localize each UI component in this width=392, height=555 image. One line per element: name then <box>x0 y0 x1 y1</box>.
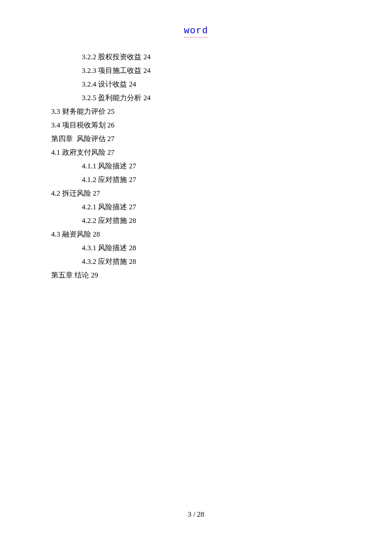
toc-entry: 4.1.1 风险描述 27 <box>51 159 341 173</box>
toc-entry: 4.2.1 风险描述 27 <box>51 200 341 214</box>
table-of-contents: 3.2.2 股权投资收益 243.2.3 项目施工收益 243.2.4 设计收益… <box>51 50 341 282</box>
toc-entry: 4.3 融资风险 28 <box>51 228 341 241</box>
spellcheck-underline <box>184 37 208 38</box>
toc-entry: 3.4 项目税收筹划 26 <box>51 119 341 132</box>
toc-entry: 4.2 拆迁风险 27 <box>51 187 341 200</box>
word-link[interactable]: word <box>184 26 208 36</box>
toc-entry: 3.3 财务能力评价 25 <box>51 105 341 119</box>
toc-entry: 第四章 风险评估 27 <box>51 132 341 146</box>
toc-entry: 3.2.4 设计收益 24 <box>51 78 341 91</box>
toc-entry: 3.2.3 项目施工收益 24 <box>51 64 341 78</box>
toc-entry: 4.3.2 应对措施 28 <box>51 255 341 269</box>
page-number-text: 3 / 28 <box>188 510 205 518</box>
toc-entry: 4.1 政府支付风险 27 <box>51 146 341 159</box>
toc-entry: 4.1.2 应对措施 27 <box>51 173 341 187</box>
word-link-text: word <box>184 26 208 36</box>
document-page: word 3.2.2 股权投资收益 243.2.3 项目施工收益 243.2.4… <box>0 0 392 282</box>
toc-entry: 3.2.2 股权投资收益 24 <box>51 50 341 64</box>
page-header: word <box>51 26 341 36</box>
toc-entry: 4.2.2 应对措施 28 <box>51 214 341 228</box>
page-number: 3 / 28 <box>0 510 392 519</box>
toc-entry: 3.2.5 盈利能力分析 24 <box>51 91 341 105</box>
toc-entry: 第五章 结论 29 <box>51 269 341 282</box>
toc-entry: 4.3.1 风险描述 28 <box>51 241 341 255</box>
